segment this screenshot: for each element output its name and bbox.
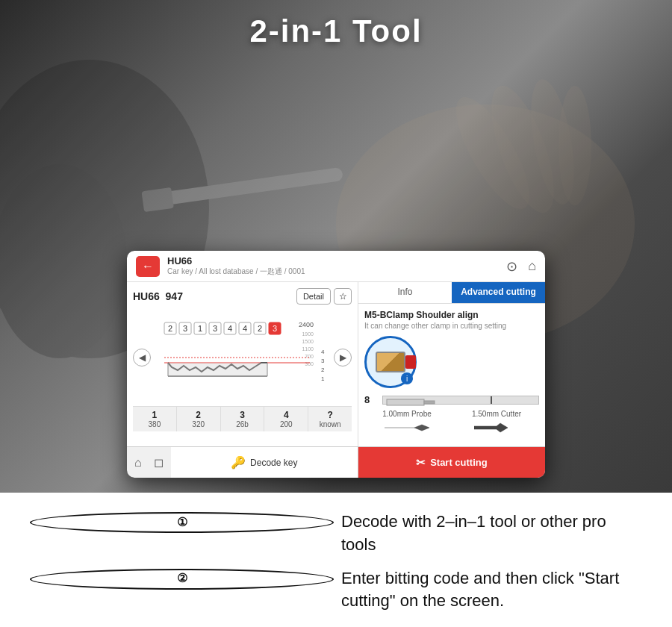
- info-tabs: Info Advanced cutting: [358, 282, 545, 304]
- instruction-1: ① Decode with 2–in–1 tool or other pro t…: [30, 511, 642, 557]
- decode-key-icon: 🔑: [231, 455, 246, 470]
- svg-text:700: 700: [305, 354, 314, 359]
- info-panel: Info Advanced cutting M5-BClamp Shoulder…: [358, 282, 545, 446]
- svg-text:1: 1: [321, 375, 325, 382]
- key-data-cell-2: 2 320: [177, 407, 221, 431]
- svg-text:4: 4: [227, 324, 231, 333]
- svg-text:2: 2: [167, 324, 172, 333]
- header-info: HU66 Car key / All lost database / 一匙通 /…: [167, 255, 499, 277]
- star-button[interactable]: ☆: [334, 288, 352, 305]
- info-content: M5-BClamp Shoulder align It can change o…: [358, 304, 545, 446]
- clamp-title: M5-BClamp Shoulder align: [364, 310, 539, 320]
- nav-icons: ⌂ ◻: [127, 455, 171, 470]
- detail-button[interactable]: Detail: [296, 288, 331, 305]
- svg-text:4: 4: [242, 324, 246, 333]
- clamp-subtitle: It can change other clamp in cutting set…: [364, 322, 539, 330]
- instruction-2-text: Enter bitting code and then click "Start…: [341, 567, 642, 614]
- svg-text:2: 2: [257, 324, 261, 333]
- svg-text:2: 2: [321, 366, 325, 373]
- clamp-circle: i: [364, 336, 417, 388]
- instructions-section: ① Decode with 2–in–1 tool or other pro t…: [0, 493, 672, 627]
- instruction-1-text: Decode with 2–in–1 tool or other pro too…: [341, 511, 642, 557]
- key-panel-header: HU66 947 Detail ☆: [133, 288, 352, 305]
- start-cutting-label: Start cutting: [430, 457, 488, 468]
- svg-text:300: 300: [305, 361, 314, 366]
- svg-text:2400: 2400: [298, 321, 313, 328]
- probe-1-image: [364, 420, 449, 435]
- clamp-visual: i: [364, 336, 539, 388]
- key-svg-area: 2400 1900 1500 1100 700 300 4 3 2 1: [151, 309, 334, 406]
- app-content: HU66 947 Detail ☆ ◀ 2400 1900: [127, 282, 545, 446]
- page-title: 2-in-1 Tool: [0, 13, 672, 49]
- back-nav-icon[interactable]: ◻: [154, 455, 164, 470]
- scissor-icon: ✂: [416, 456, 426, 470]
- svg-rect-39: [424, 401, 435, 404]
- key-data-cell-unknown: ? known: [308, 407, 352, 431]
- probe-item-1: 1.00mm Probe: [364, 410, 449, 435]
- key-data-cell-4: 4 200: [264, 407, 308, 431]
- key-cut-diagram: 2400 1900 1500 1100 700 300 4 3 2 1: [157, 316, 329, 399]
- depth-bar: [382, 396, 539, 405]
- svg-text:3: 3: [272, 324, 276, 333]
- app-mockup: ← HU66 Car key / All lost database / 一匙通…: [127, 251, 545, 478]
- key-nav-right-button[interactable]: ▶: [334, 349, 352, 366]
- probe-2-image: [454, 420, 539, 435]
- home-icon[interactable]: ⌂: [528, 258, 536, 274]
- app-bottom-bar: ⌂ ◻ 🔑 Decode key ✂ Start cutting: [127, 446, 545, 478]
- probe-1-label: 1.00mm Probe: [364, 410, 449, 418]
- home-nav-icon[interactable]: ⌂: [134, 456, 142, 470]
- depth-row: 8: [364, 394, 539, 405]
- tab-advanced-cutting[interactable]: Advanced cutting: [452, 282, 545, 303]
- app-header: ← HU66 Car key / All lost database / 一匙通…: [127, 251, 545, 282]
- decode-key-label: Decode key: [250, 458, 297, 468]
- key-diagram: ◀ 2400 1900 1500 1100 700 300 4 3: [133, 309, 352, 406]
- key-nav-left-button[interactable]: ◀: [133, 349, 151, 366]
- header-icons: ⊙ ⌂: [506, 258, 536, 275]
- svg-text:1: 1: [197, 324, 202, 333]
- clamp-pin: [405, 355, 416, 369]
- decode-key-button[interactable]: 🔑 Decode key: [171, 447, 358, 478]
- key-panel: HU66 947 Detail ☆ ◀ 2400 1900: [127, 282, 358, 446]
- svg-text:3: 3: [182, 324, 187, 333]
- key-data-cell-3: 3 26b: [221, 407, 265, 431]
- svg-text:1500: 1500: [302, 339, 314, 344]
- app-subtitle: Car key / All lost database / 一匙通 / 0001: [167, 266, 499, 277]
- svg-text:4: 4: [321, 349, 325, 355]
- tab-info[interactable]: Info: [358, 282, 452, 303]
- clamp-inner: [376, 352, 405, 372]
- svg-text:1100: 1100: [302, 346, 314, 352]
- instruction-2-num: ②: [30, 569, 334, 590]
- probe-section: 1.00mm Probe 1.50mm Cutter: [364, 410, 539, 435]
- key-data-cell-1: 1 380: [133, 407, 177, 431]
- svg-point-7: [559, 86, 591, 205]
- key-data-row: 1 380 2 320 3 26b 4 200: [133, 406, 352, 431]
- svg-text:3: 3: [321, 358, 325, 364]
- key-code: HU66 947: [133, 290, 183, 302]
- help-icon[interactable]: ⊙: [506, 258, 517, 275]
- instruction-1-num: ①: [30, 512, 334, 533]
- svg-rect-38: [387, 399, 424, 405]
- depth-number: 8: [364, 394, 378, 405]
- hero-section: 2-in-1 Tool ← HU66 Car key / All lost da…: [0, 0, 672, 493]
- info-badge: i: [401, 372, 413, 384]
- probe-2-label: 1.50mm Cutter: [454, 410, 539, 418]
- probe-item-2: 1.50mm Cutter: [454, 410, 539, 435]
- instruction-2: ② Enter bitting code and then click "Sta…: [30, 567, 642, 614]
- start-cutting-button[interactable]: ✂ Start cutting: [358, 447, 545, 478]
- svg-text:1900: 1900: [302, 331, 314, 337]
- svg-text:3: 3: [212, 324, 217, 333]
- back-button[interactable]: ←: [136, 256, 160, 277]
- svg-rect-3: [141, 187, 174, 212]
- app-title: HU66: [167, 255, 499, 266]
